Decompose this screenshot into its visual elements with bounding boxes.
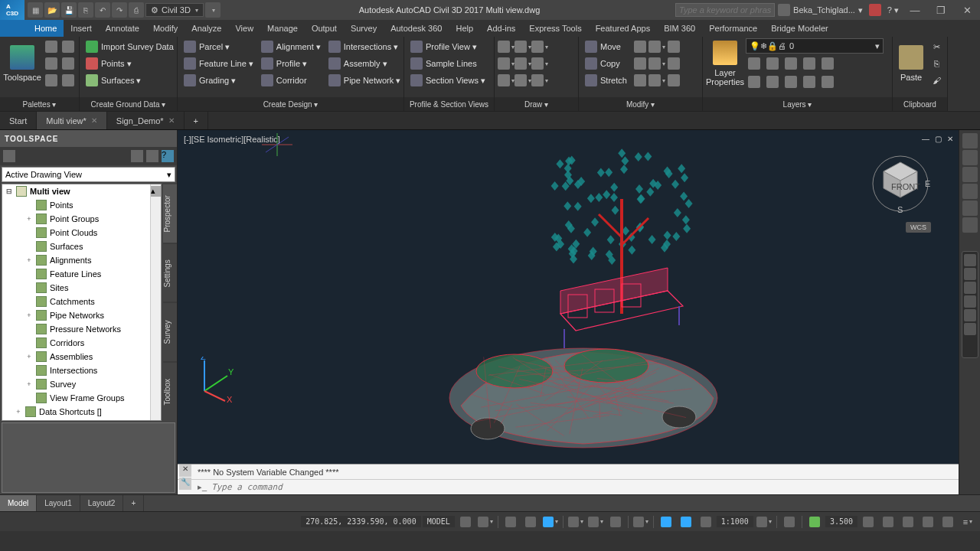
layout-tab[interactable]: Model [0,495,37,511]
nav-tool-icon[interactable] [964,268,976,280]
osnap-icon[interactable] [567,514,585,530]
copy-button[interactable]: Copy [582,55,630,72]
units-icon[interactable] [879,514,897,530]
layer-tool-icon[interactable] [782,73,799,90]
ribbon-tab-add-ins[interactable]: Add-ins [480,20,522,37]
tree-node[interactable]: Pressure Networks [2,322,161,336]
palette-icon-6[interactable] [60,72,77,89]
surfaces-button[interactable]: Surfaces ▾ [83,72,177,89]
elevation-readout[interactable]: 3.500 [825,516,858,527]
tree-node[interactable]: +Survey [2,377,161,391]
cmdline-close-icon[interactable]: ✕ [179,465,191,477]
quickprops-icon[interactable] [805,514,824,530]
vp-close-icon[interactable]: ✕ [945,133,956,144]
samplelines-button[interactable]: Sample Lines [407,55,488,72]
profile-button[interactable]: Profile ▾ [258,55,324,72]
layer-tool-icon[interactable] [764,73,781,90]
nav-tool-icon[interactable] [964,323,976,335]
pipenetwork-button[interactable]: Pipe Network ▾ [325,72,403,89]
array-icon[interactable] [648,72,665,89]
ellipse-icon[interactable] [531,55,548,72]
viewcube[interactable]: FRONT S E [870,153,931,214]
tree-node[interactable]: +Alignments [2,253,161,267]
toolspace-help-icon[interactable]: ? [162,150,174,162]
toolspace-button[interactable]: Toolspace [3,38,41,89]
dynucs-icon[interactable] [697,514,715,530]
app-menu-button[interactable] [0,20,28,37]
grid-icon[interactable] [456,514,475,530]
file-tab[interactable]: Sign_Demo*✕ [107,112,185,129]
featureline-button[interactable]: Feature Line ▾ [181,55,256,72]
nav-tool-icon[interactable] [964,309,976,321]
toolspace-tab-prospector[interactable]: Prospector [163,184,177,243]
vp-maximize-icon[interactable]: ▢ [933,133,943,144]
customize-icon[interactable]: ≡ [959,514,977,530]
nav-tool-icon[interactable] [964,295,976,308]
layer-tool-icon[interactable] [746,55,763,72]
lineweight-icon[interactable] [632,514,650,530]
isolate-icon[interactable] [919,514,937,530]
polyline-icon[interactable] [514,38,531,55]
infer-icon[interactable] [501,514,520,530]
layout-tab[interactable]: Layout1 [37,495,80,511]
user-menu[interactable]: Beka_Tchiglad...▾ [775,4,866,16]
qat-more-icon[interactable] [205,2,220,18]
stretch-button[interactable]: Stretch [582,72,630,89]
toolspace-tab-settings[interactable]: Settings [163,243,177,303]
explode-icon[interactable] [665,55,682,72]
nav-tool-icon[interactable] [964,254,976,266]
panel-title-layers[interactable]: Layers ▾ [703,97,892,111]
ribbon-tab-performance[interactable]: Performance [702,20,764,37]
tree-node[interactable]: Feature Lines [2,267,161,281]
palette-icon-4[interactable] [60,55,77,72]
panel-title-draw[interactable]: Draw ▾ [495,97,578,111]
point-icon[interactable] [531,72,548,89]
ribbon-tab-manage[interactable]: Manage [260,20,305,37]
file-tab[interactable]: Multi view*✕ [37,112,107,129]
points-button[interactable]: Points ▾ [83,55,177,72]
tree-node[interactable]: Points [2,198,161,212]
tree-node[interactable]: Catchments [2,295,161,308]
profileview-button[interactable]: Profile View ▾ [407,38,488,55]
ribbon-tab-insert[interactable]: Insert [64,20,99,37]
parcel-button[interactable]: Parcel ▾ [181,38,256,55]
ribbon-tab-view[interactable]: View [228,20,260,37]
file-tab[interactable]: Start [0,112,37,129]
layer-tool-icon[interactable] [801,73,818,90]
tree-node[interactable]: +Assemblies [2,350,161,364]
layer-tool-icon[interactable] [764,55,781,72]
prospector-tree[interactable]: ⊟Multi view Points+Point GroupsPoint Clo… [2,184,162,421]
tree-node[interactable]: Sites [2,281,161,295]
help-icon[interactable]: ? ▾ [884,5,902,15]
layer-tool-icon[interactable] [746,73,763,90]
polar-icon[interactable] [541,514,560,530]
fillet-icon[interactable] [648,55,665,72]
command-input[interactable] [211,482,939,492]
maximize-button[interactable]: ❐ [928,0,954,20]
toolspace-tool-icon[interactable] [131,150,143,162]
ribbon-tab-output[interactable]: Output [305,20,344,37]
mirror-icon[interactable] [632,55,648,72]
rotate-icon[interactable] [632,38,648,55]
layer-tool-icon[interactable] [819,55,836,72]
ribbon-tab-home[interactable]: Home [28,20,64,37]
hardware-icon[interactable] [899,514,917,530]
qat-plot-icon[interactable]: ⎙ [129,2,144,18]
qat-new-icon[interactable]: ▦ [28,2,43,18]
new-tab-button[interactable]: + [185,112,208,129]
nav-tool-icon[interactable] [964,282,976,294]
toolspace-home-icon[interactable] [3,150,15,162]
assembly-button[interactable]: Assembly ▾ [325,55,403,72]
palette-icon-5[interactable] [43,72,60,89]
ribbon-tab-analyze[interactable]: Analyze [185,20,228,37]
panel-title-design[interactable]: Create Design ▾ [178,97,403,111]
grading-button[interactable]: Grading ▾ [181,72,256,89]
tree-node[interactable]: Corridors [2,336,161,350]
layout-tab[interactable]: Layout2 [80,495,124,511]
help-search-input[interactable] [675,3,775,17]
gear-icon[interactable] [755,514,773,530]
nav-orbit-icon[interactable] [962,201,978,216]
tree-node[interactable]: Point Clouds [2,226,161,240]
close-button[interactable]: ✕ [954,0,980,20]
move-button[interactable]: Move [582,38,630,55]
